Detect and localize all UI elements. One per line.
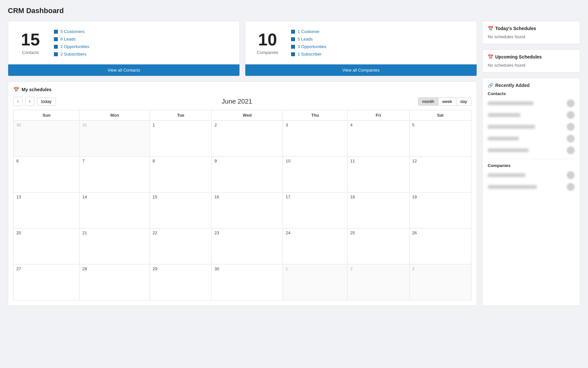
recent-contact-4[interactable] xyxy=(488,134,575,143)
companies-subscriber-text: 1 Subscriber xyxy=(298,52,321,57)
calendar-cell-w2-d5[interactable]: 18 xyxy=(348,192,409,228)
view-all-contacts-button[interactable]: View all Contacts xyxy=(8,64,239,76)
companies-stat-block: 10 Companies xyxy=(254,31,281,55)
upcoming-calendar-icon xyxy=(488,54,493,59)
companies-opportunities-text: 3 Opportunities xyxy=(298,44,326,49)
prev-month-button[interactable]: ‹ xyxy=(13,97,23,106)
calendar-cell-w0-d5[interactable]: 4 xyxy=(348,121,409,157)
calendar-cell-w0-d4[interactable]: 3 xyxy=(283,121,348,157)
calendar-title: June 2021 xyxy=(58,98,416,105)
calendar-cell-w3-d3[interactable]: 23 xyxy=(212,228,283,264)
calendar-icon xyxy=(13,87,19,92)
recent-company-1-badge xyxy=(567,171,575,179)
calendar-cell-w3-d6[interactable]: 26 xyxy=(409,228,471,264)
contacts-card: 15 Contacts 5 Customers 6 Leads xyxy=(8,21,240,76)
recent-contact-2-name xyxy=(488,113,520,117)
recent-contact-4-name xyxy=(488,137,519,141)
recently-companies-label: Companies xyxy=(488,163,575,168)
view-buttons-group: month week day xyxy=(418,97,471,106)
calendar-cell-w1-d1[interactable]: 7 xyxy=(80,157,150,192)
calendar-cell-w0-d0[interactable]: 30 xyxy=(14,121,80,157)
col-sun: Sun xyxy=(14,110,80,121)
companies-card-body: 10 Companies 1 Customer 5 Leads xyxy=(245,21,477,64)
company-subscriber-dot xyxy=(291,52,295,56)
upcoming-no-schedules: No schedules found xyxy=(488,63,575,68)
contacts-opportunities-link[interactable]: 2 Opportunities xyxy=(54,44,89,49)
calendar-cell-w4-d3[interactable]: 30 xyxy=(212,264,283,300)
calendar-cell-w4-d0[interactable]: 27 xyxy=(14,264,80,300)
contacts-card-body: 15 Contacts 5 Customers 6 Leads xyxy=(8,21,239,64)
todays-schedules-title: Today's Schedules xyxy=(488,26,575,31)
page-wrapper: CRM Dashboard 15 Contacts xyxy=(0,0,588,312)
recent-contact-2[interactable] xyxy=(488,110,575,120)
col-mon: Mon xyxy=(80,110,150,121)
calendar-cell-w1-d4[interactable]: 10 xyxy=(283,157,348,192)
contacts-number: 15 xyxy=(17,31,43,48)
contacts-subscribers-link[interactable]: 2 Subscribers xyxy=(54,52,89,57)
calendar-cell-w3-d4[interactable]: 24 xyxy=(283,228,348,264)
calendar-cell-w1-d0[interactable]: 6 xyxy=(14,157,80,192)
col-tue: Tue xyxy=(150,110,212,121)
today-button[interactable]: today xyxy=(37,97,56,106)
recently-icon xyxy=(488,83,493,88)
calendar-cell-w4-d2[interactable]: 29 xyxy=(150,264,212,300)
calendar-cell-w1-d5[interactable]: 11 xyxy=(348,157,409,192)
next-month-button[interactable]: › xyxy=(25,97,34,106)
calendar-cell-w1-d6[interactable]: 12 xyxy=(409,157,471,192)
companies-leads-link[interactable]: 5 Leads xyxy=(291,37,326,42)
recent-company-2[interactable] xyxy=(488,182,575,192)
recent-contact-3[interactable] xyxy=(488,122,575,131)
calendar-cell-w3-d1[interactable]: 21 xyxy=(80,228,150,264)
calendar-cell-w1-d2[interactable]: 8 xyxy=(150,157,212,192)
calendar-cell-w2-d3[interactable]: 16 xyxy=(212,192,283,228)
companies-customer-link[interactable]: 1 Customer xyxy=(291,29,326,34)
main-layout: 15 Contacts 5 Customers 6 Leads xyxy=(8,21,580,306)
contacts-stat-block: 15 Contacts xyxy=(17,31,43,55)
month-view-button[interactable]: month xyxy=(418,98,438,105)
subscribers-dot xyxy=(54,52,58,56)
contacts-subscribers-text: 2 Subscribers xyxy=(60,52,86,57)
right-column: Today's Schedules No schedules found Upc… xyxy=(482,21,580,306)
calendar-cell-w2-d0[interactable]: 13 xyxy=(14,192,80,228)
companies-opportunities-link[interactable]: 3 Opportunities xyxy=(291,44,326,49)
calendar-cell-w2-d2[interactable]: 15 xyxy=(150,192,212,228)
calendar-grid: Sun Mon Tue Wed Thu Fri Sat 303112345678… xyxy=(13,110,471,300)
recent-company-1[interactable] xyxy=(488,171,575,180)
calendar-cell-w0-d2[interactable]: 1 xyxy=(150,121,212,157)
calendar-cell-w2-d6[interactable]: 19 xyxy=(409,192,471,228)
calendar-cell-w3-d0[interactable]: 20 xyxy=(14,228,80,264)
company-customer-dot xyxy=(291,30,295,34)
company-leads-dot xyxy=(291,37,295,41)
recent-contact-1[interactable] xyxy=(488,99,575,108)
col-sat: Sat xyxy=(409,110,471,121)
view-all-companies-button[interactable]: View all Companies xyxy=(245,64,477,76)
calendar-cell-w4-d6[interactable]: 3 xyxy=(409,264,471,300)
recent-contact-4-badge xyxy=(567,135,575,142)
upcoming-schedules-panel: Upcoming Schedules No schedules found xyxy=(482,49,580,73)
day-view-button[interactable]: day xyxy=(456,98,471,105)
calendar-cell-w0-d6[interactable]: 5 xyxy=(409,121,471,157)
calendar-cell-w3-d2[interactable]: 22 xyxy=(150,228,212,264)
calendar-cell-w2-d1[interactable]: 14 xyxy=(80,192,150,228)
calendar-cell-w1-d3[interactable]: 9 xyxy=(212,157,283,192)
col-fri: Fri xyxy=(348,110,409,121)
recent-company-2-name xyxy=(488,185,537,189)
calendar-cell-w0-d1[interactable]: 31 xyxy=(80,121,150,157)
companies-customer-text: 1 Customer xyxy=(298,29,319,34)
recent-contact-5[interactable] xyxy=(488,146,575,155)
calendar-cell-w2-d4[interactable]: 17 xyxy=(283,192,348,228)
calendar-cell-w4-d5[interactable]: 2 xyxy=(348,264,409,300)
recently-added-label: Recently Added xyxy=(495,83,530,88)
week-view-button[interactable]: week xyxy=(438,98,456,105)
contacts-leads-link[interactable]: 6 Leads xyxy=(54,37,89,42)
recent-company-2-badge xyxy=(567,183,575,191)
calendar-cell-w0-d3[interactable]: 2 xyxy=(212,121,283,157)
recent-contact-1-badge xyxy=(567,99,575,107)
contacts-opportunities-text: 2 Opportunities xyxy=(60,44,89,49)
calendar-cell-w3-d5[interactable]: 25 xyxy=(348,228,409,264)
contacts-leads-text: 6 Leads xyxy=(60,37,75,42)
contacts-customers-link[interactable]: 5 Customers xyxy=(54,29,89,34)
companies-subscriber-link[interactable]: 1 Subscriber xyxy=(291,52,326,57)
calendar-cell-w4-d1[interactable]: 28 xyxy=(80,264,150,300)
calendar-cell-w4-d4[interactable]: 1 xyxy=(283,264,348,300)
